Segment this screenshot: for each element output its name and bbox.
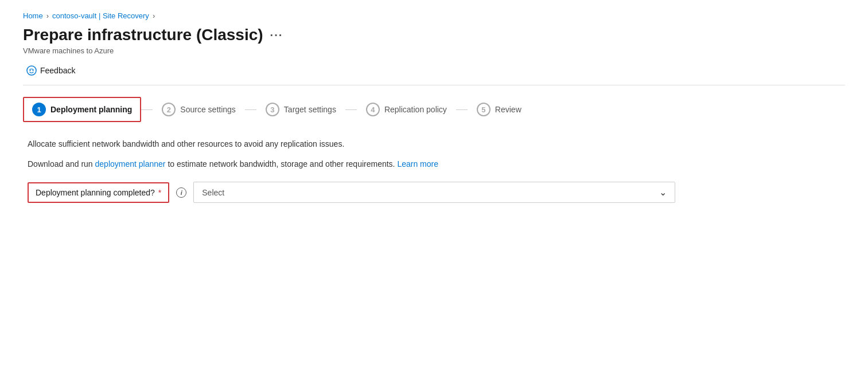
feedback-icon [26, 65, 37, 76]
deployment-planning-form-row: Deployment planning completed? * i Selec… [28, 182, 840, 203]
deployment-planner-link[interactable]: deployment planner [95, 159, 166, 169]
step-4-label: Replication policy [384, 105, 447, 114]
breadcrumb-home[interactable]: Home [23, 11, 43, 20]
page-subtitle: VMware machines to Azure [23, 46, 845, 55]
step-source-settings[interactable]: 2 Source settings [153, 97, 245, 122]
step-1-number: 1 [32, 103, 46, 116]
step-replication-policy[interactable]: 4 Replication policy [357, 97, 456, 122]
feedback-button[interactable]: Feedback [23, 63, 79, 78]
breadcrumb-sep2: › [153, 11, 155, 20]
page-title-row: Prepare infrastructure (Classic) ··· [23, 26, 845, 44]
step-5-number: 5 [477, 103, 491, 116]
deployment-planning-label: Deployment planning completed? [36, 188, 155, 197]
description-2-middle: to estimate network bandwidth, storage a… [166, 159, 398, 169]
svg-point-2 [33, 70, 34, 71]
step-3-number: 3 [266, 103, 279, 116]
required-star: * [158, 188, 161, 197]
description-2: Download and run deployment planner to e… [28, 158, 840, 170]
select-placeholder: Select [202, 188, 224, 197]
feedback-label: Feedback [40, 66, 75, 75]
step-5-label: Review [495, 105, 521, 114]
learn-more-link[interactable]: Learn more [397, 159, 438, 169]
page-title: Prepare infrastructure (Classic) [23, 26, 263, 44]
svg-point-0 [27, 66, 36, 75]
step-3-label: Target settings [284, 105, 336, 114]
step-divider-3 [345, 109, 357, 110]
deployment-planning-label-box: Deployment planning completed? * [28, 182, 169, 203]
description-1: Allocate sufficient network bandwidth an… [28, 138, 840, 150]
step-review[interactable]: 5 Review [468, 97, 531, 122]
content-area: Allocate sufficient network bandwidth an… [23, 138, 845, 203]
more-options-icon[interactable]: ··· [270, 29, 283, 42]
breadcrumb: Home › contoso-vault | Site Recovery › [23, 11, 845, 20]
step-divider-4 [456, 109, 468, 110]
wizard-steps: 1 Deployment planning 2 Source settings … [23, 97, 845, 122]
svg-point-1 [30, 70, 31, 71]
step-divider-2 [245, 109, 256, 110]
info-icon[interactable]: i [176, 187, 186, 198]
step-2-number: 2 [162, 103, 176, 116]
step-2-label: Source settings [180, 105, 236, 114]
breadcrumb-vault[interactable]: contoso-vault | Site Recovery [52, 11, 149, 20]
step-4-number: 4 [366, 103, 380, 116]
step-target-settings[interactable]: 3 Target settings [256, 97, 345, 122]
page: Home › contoso-vault | Site Recovery › P… [0, 0, 868, 372]
step-1-label: Deployment planning [50, 105, 132, 114]
step-deployment-planning[interactable]: 1 Deployment planning [23, 97, 141, 122]
description-2-prefix: Download and run [28, 159, 95, 169]
chevron-down-icon: ⌄ [659, 187, 667, 198]
deployment-planning-select[interactable]: Select ⌄ [193, 182, 675, 203]
toolbar: Feedback [23, 63, 845, 85]
breadcrumb-sep1: › [46, 11, 49, 20]
step-divider-1 [141, 109, 153, 110]
